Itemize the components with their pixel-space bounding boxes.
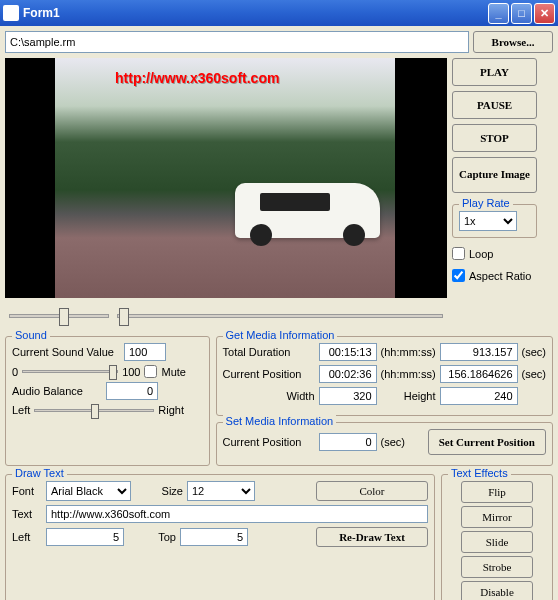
seek-slider[interactable]: [9, 314, 109, 318]
total-duration-sec[interactable]: [440, 343, 518, 361]
balance-input[interactable]: [106, 382, 158, 400]
video-watermark: http://www.x360soft.com: [115, 70, 279, 86]
set-position-button[interactable]: Set Current Position: [428, 429, 546, 455]
height-input[interactable]: [440, 387, 518, 405]
sound-value-input[interactable]: [124, 343, 166, 361]
sound-group: Sound Current Sound Value 0 100 Mute Aud…: [5, 336, 210, 466]
playrate-legend: Play Rate: [459, 197, 513, 209]
capture-button[interactable]: Capture Image: [452, 157, 537, 193]
left-input[interactable]: [46, 528, 124, 546]
sound-legend: Sound: [12, 329, 50, 341]
minimize-button[interactable]: _: [488, 3, 509, 24]
loop-checkbox[interactable]: [452, 247, 465, 260]
width-input[interactable]: [319, 387, 377, 405]
aspect-ratio-label: Aspect Ratio: [469, 270, 531, 282]
set-media-legend: Set Media Information: [223, 415, 337, 427]
sound-value-label: Current Sound Value: [12, 346, 120, 358]
balance-slider[interactable]: [34, 409, 154, 412]
titlebar: Form1 _ □ ✕: [0, 0, 558, 26]
balance-label: Audio Balance: [12, 385, 102, 397]
drawtext-group: Draw Text Font Arial Black Size 12 Color…: [5, 474, 435, 600]
car-graphic: [235, 183, 380, 238]
pause-button[interactable]: PAUSE: [452, 91, 537, 119]
mute-checkbox[interactable]: [144, 365, 157, 378]
file-path-input[interactable]: [5, 31, 469, 53]
sec-unit: (sec): [522, 346, 546, 358]
stop-button[interactable]: STOP: [452, 124, 537, 152]
loop-label: Loop: [469, 248, 493, 260]
volume-max-label: 100: [122, 366, 140, 378]
mute-label: Mute: [161, 366, 185, 378]
position-slider[interactable]: [117, 314, 443, 318]
top-label: Top: [128, 531, 176, 543]
play-button[interactable]: PLAY: [452, 58, 537, 86]
strobe-button[interactable]: Strobe: [461, 556, 533, 578]
disable-button[interactable]: Disable: [461, 581, 533, 600]
maximize-button[interactable]: □: [511, 3, 532, 24]
sec-unit2: (sec): [522, 368, 546, 380]
window-title: Form1: [23, 6, 488, 20]
get-media-legend: Get Media Information: [223, 329, 338, 341]
text-label: Text: [12, 508, 42, 520]
total-duration-label: Total Duration: [223, 346, 315, 358]
hms-unit: (hh:mm:ss): [381, 346, 436, 358]
slide-button[interactable]: Slide: [461, 531, 533, 553]
size-select[interactable]: 12: [187, 481, 255, 501]
curpos-hms[interactable]: [319, 365, 377, 383]
playrate-group: Play Rate 1x: [452, 204, 537, 238]
close-button[interactable]: ✕: [534, 3, 555, 24]
total-duration-hms[interactable]: [319, 343, 377, 361]
redraw-button[interactable]: Re-Draw Text: [316, 527, 428, 547]
mirror-button[interactable]: Mirror: [461, 506, 533, 528]
hms-unit2: (hh:mm:ss): [381, 368, 436, 380]
height-label: Height: [381, 390, 436, 402]
set-sec-unit: (sec): [381, 436, 405, 448]
browse-button[interactable]: Browse...: [473, 31, 553, 53]
set-curpos-label: Current Position: [223, 436, 315, 448]
set-curpos-input[interactable]: [319, 433, 377, 451]
font-select[interactable]: Arial Black: [46, 481, 131, 501]
set-media-group: Set Media Information Current Position (…: [216, 422, 553, 466]
app-icon: [3, 5, 19, 21]
drawtext-legend: Draw Text: [12, 467, 67, 479]
color-button[interactable]: Color: [316, 481, 428, 501]
balance-left-label: Left: [12, 404, 30, 416]
texteffects-legend: Text Effects: [448, 467, 511, 479]
width-label: Width: [223, 390, 315, 402]
text-input[interactable]: [46, 505, 428, 523]
curpos-sec[interactable]: [440, 365, 518, 383]
video-preview: http://www.x360soft.com: [5, 58, 447, 298]
curpos-label: Current Position: [223, 368, 315, 380]
left-label: Left: [12, 531, 42, 543]
size-label: Size: [135, 485, 183, 497]
volume-slider[interactable]: [22, 370, 118, 373]
balance-right-label: Right: [158, 404, 184, 416]
playrate-select[interactable]: 1x: [459, 211, 517, 231]
font-label: Font: [12, 485, 42, 497]
get-media-group: Get Media Information Total Duration (hh…: [216, 336, 553, 416]
aspect-ratio-checkbox[interactable]: [452, 269, 465, 282]
flip-button[interactable]: Flip: [461, 481, 533, 503]
volume-min-label: 0: [12, 366, 18, 378]
texteffects-group: Text Effects Flip Mirror Slide Strobe Di…: [441, 474, 553, 600]
top-input[interactable]: [180, 528, 248, 546]
